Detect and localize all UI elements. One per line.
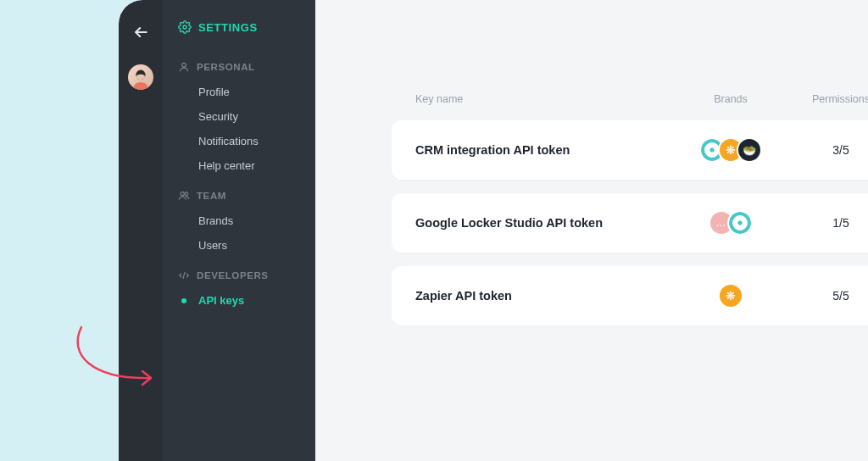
sidebar-item-brands[interactable]: Brands — [163, 208, 315, 233]
users-icon — [178, 190, 190, 202]
sidebar-item-security[interactable]: Security — [163, 104, 315, 129]
sidebar-item-label: Users — [198, 239, 227, 252]
gear-icon — [178, 20, 192, 34]
table-row[interactable]: Zapier API token 5/5 — [392, 266, 868, 325]
key-name: Zapier API token — [415, 289, 671, 303]
row-brands — [671, 137, 790, 163]
brand-stack — [699, 137, 762, 163]
table-row[interactable]: Google Locker Studio API token 1/5 — [392, 193, 868, 253]
section-team: TEAM — [163, 178, 315, 208]
sidebar-item-label: Profile — [198, 86, 230, 98]
settings-heading: SETTINGS — [163, 20, 315, 49]
back-button[interactable] — [132, 24, 149, 44]
table-header-permissions: Permissions — [790, 93, 868, 105]
brand-badge — [718, 283, 743, 308]
brand-badge — [737, 137, 762, 163]
key-name: CRM integration API token — [415, 143, 671, 157]
svg-point-5 — [181, 192, 184, 196]
row-permissions: 3/5 — [790, 143, 868, 157]
sidebar-item-api-keys[interactable]: API keys — [163, 288, 315, 313]
main-content: Key name Brands Permissions CRM integrat… — [315, 0, 868, 461]
arrow-left-icon — [132, 24, 149, 41]
svg-point-3 — [183, 25, 186, 29]
settings-label: SETTINGS — [198, 21, 258, 34]
key-name: Google Locker Studio API token — [415, 216, 671, 230]
sidebar-item-notifications[interactable]: Notifications — [163, 129, 315, 153]
svg-point-6 — [185, 192, 188, 196]
icon-rail — [119, 0, 163, 461]
sidebar-item-users[interactable]: Users — [163, 233, 315, 258]
table-header-name: Key name — [415, 93, 671, 105]
sidebar-item-label: API keys — [198, 294, 244, 307]
table-header-brands: Brands — [671, 93, 790, 105]
row-permissions: 5/5 — [790, 289, 868, 303]
sidebar-item-label: Security — [198, 110, 238, 123]
code-icon — [178, 269, 190, 281]
sidebar-item-label: Brands — [198, 214, 233, 227]
app-window: SETTINGS PERSONAL Profile Security Notif… — [119, 0, 868, 461]
sidebar-item-profile[interactable]: Profile — [163, 80, 315, 104]
brand-stack — [709, 210, 753, 236]
sidebar-item-label: Help center — [198, 159, 254, 172]
sidebar: SETTINGS PERSONAL Profile Security Notif… — [163, 0, 315, 461]
row-brands — [671, 283, 790, 308]
sidebar-item-label: Notifications — [198, 135, 259, 147]
section-personal: PERSONAL — [163, 49, 315, 80]
row-permissions: 1/5 — [790, 216, 868, 230]
avatar-image — [130, 68, 152, 90]
table-header: Key name Brands Permissions — [392, 93, 868, 120]
sidebar-item-help-center[interactable]: Help center — [163, 153, 315, 178]
svg-point-4 — [182, 63, 186, 67]
avatar[interactable] — [128, 64, 153, 90]
brand-badge — [727, 210, 753, 236]
svg-line-7 — [183, 272, 185, 279]
user-icon — [178, 61, 190, 73]
row-brands — [671, 210, 790, 236]
table-row[interactable]: CRM integration API token 3/5 — [392, 120, 868, 180]
brand-stack — [718, 283, 743, 308]
section-developers: DEVELOPERS — [163, 258, 315, 288]
